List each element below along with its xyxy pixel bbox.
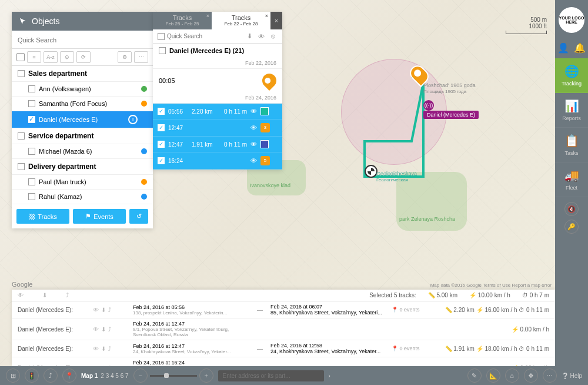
zoom-out-icon[interactable]: − [133, 369, 148, 383]
table-row[interactable]: Daniel (Mercedes E):👁⬇⤴Feb 24, 2016 at 1… [12, 318, 555, 340]
share-icon[interactable]: ⤴ [66, 292, 69, 298]
download-icon[interactable]: ⬇ [101, 326, 106, 333]
nav-item-reports[interactable]: 📊Reports [555, 93, 588, 128]
zoom-in-icon[interactable]: + [199, 369, 213, 383]
download-icon[interactable]: ⬇ [101, 346, 106, 352]
map-pages[interactable]: 2 3 4 5 6 7 [101, 373, 128, 379]
track-row[interactable]: 16:24👁5 [153, 152, 282, 170]
download-icon[interactable]: ⬇ [42, 292, 47, 298]
nav-item-tracking[interactable]: 🌐Tracking [555, 58, 588, 93]
checkbox[interactable] [28, 85, 35, 92]
mute-icon[interactable]: 🔇 [564, 202, 579, 216]
select-all-checkbox[interactable] [16, 53, 25, 61]
object-item[interactable]: Rahul (Kamaz) [12, 190, 153, 204]
marker-end-icon[interactable] [365, 165, 377, 178]
download-icon[interactable]: ⬇ [101, 307, 106, 313]
checkbox[interactable] [28, 148, 35, 155]
layers-icon[interactable]: ❖ [524, 369, 538, 383]
object-item[interactable]: Ann (Volkswagen) [12, 82, 153, 97]
checkbox[interactable] [28, 193, 35, 200]
tool-icon[interactable]: ✎ [467, 369, 482, 383]
object-item[interactable]: Michael (Mazda 6) [12, 144, 153, 159]
object-item[interactable]: Daniel (Mercedes E)i [12, 111, 153, 128]
object-group[interactable]: Service department [12, 128, 153, 144]
traffic-icon[interactable]: 🚦 [25, 369, 39, 383]
checkbox[interactable] [158, 157, 165, 164]
eye-icon[interactable]: 👁 [250, 157, 257, 164]
checkbox[interactable] [28, 100, 35, 107]
search-go-icon[interactable]: › [329, 373, 330, 379]
track-row[interactable]: 12:471.91 km0 h 11 m👁 [153, 137, 282, 152]
share-icon[interactable]: ⤴ [44, 369, 58, 383]
more-icon[interactable]: ⋯ [543, 369, 557, 383]
refresh-icon[interactable]: ⟳ [76, 51, 91, 63]
history-button[interactable]: ↺ [129, 209, 148, 224]
track-row[interactable]: 05:562.20 km0 h 11 m👁 [153, 104, 282, 120]
checkbox[interactable] [18, 163, 25, 170]
checkbox[interactable] [28, 116, 35, 123]
objects-search[interactable] [12, 31, 153, 49]
checkbox[interactable] [18, 132, 25, 140]
tab-tracks-1[interactable]: Tracks× Feb 25 - Feb 25 [153, 12, 212, 29]
close-icon[interactable]: × [206, 13, 209, 19]
table-row[interactable]: Daniel (Mercedes E):👁⬇⤴Feb 24, 2016 at 1… [12, 357, 555, 366]
nav-item-tasks[interactable]: 📋Tasks [555, 128, 588, 162]
home-icon[interactable]: ⌂ [505, 369, 519, 383]
eye-icon[interactable]: 👁 [93, 326, 99, 333]
checkbox[interactable] [158, 108, 165, 115]
gps-object-label[interactable]: Daniel (Mercedes E) [423, 111, 479, 119]
eye-off-icon[interactable]: ⦸ [268, 32, 278, 40]
settings-icon[interactable]: ⋯ [134, 51, 148, 63]
object-item[interactable]: Samantha (Ford Focus) [12, 97, 153, 111]
checkbox[interactable] [159, 47, 166, 54]
list-view-icon[interactable]: ≡ [27, 51, 41, 63]
eye-icon[interactable]: 👁 [250, 141, 257, 148]
help-link[interactable]: ❔ Help [562, 373, 582, 379]
grid-icon[interactable]: ⊞ [6, 369, 20, 383]
table-row[interactable]: Daniel (Mercedes E):👁⬇⤴Feb 24, 2016 at 0… [12, 301, 555, 318]
tab-tracks-2[interactable]: Tracks× Feb 22 - Feb 28 [212, 12, 270, 29]
user-icon[interactable]: 👤 [557, 42, 569, 54]
objects-search-input[interactable] [18, 36, 147, 44]
object-group[interactable]: Delivery department [12, 159, 153, 175]
map-tab[interactable]: Map 1 [81, 373, 98, 379]
tracks-button[interactable]: ⛓Tracks [16, 209, 69, 224]
nav-item-fleet[interactable]: 🚚Fleet [555, 162, 588, 197]
zoom-control: − + [133, 369, 213, 383]
eye-icon[interactable]: 👁 [93, 307, 99, 313]
object-group[interactable]: Sales department [12, 66, 153, 82]
share-icon[interactable]: ⤴ [108, 346, 111, 352]
checkbox[interactable] [158, 141, 165, 148]
target-icon[interactable]: ⊙ [60, 51, 74, 63]
checkbox[interactable] [18, 70, 25, 77]
panel-close-button[interactable]: × [270, 12, 282, 29]
track-row[interactable]: 12:47👁3 [153, 120, 282, 137]
share-icon[interactable]: ⤴ [108, 307, 111, 313]
key-icon[interactable]: 🔑 [564, 220, 579, 234]
checkbox[interactable] [158, 124, 165, 131]
sort-button[interactable]: A-z [44, 51, 58, 63]
events-button[interactable]: ⚑Events [73, 209, 126, 224]
eye-icon[interactable]: 👁 [250, 108, 257, 115]
tracks-search-input[interactable] [167, 33, 242, 39]
share-icon[interactable]: ⤴ [108, 326, 111, 333]
eye-icon[interactable]: 👁 [18, 292, 24, 298]
checkbox[interactable] [28, 178, 35, 185]
table-row[interactable]: Daniel (Mercedes E):👁⬇⤴Feb 24, 2016 at 1… [12, 340, 555, 357]
info-icon[interactable]: i [128, 115, 138, 124]
object-item[interactable]: Paul (Man truck) [12, 175, 153, 190]
bell-icon[interactable]: 🔔 [574, 42, 586, 54]
pin-icon[interactable]: 📍 [62, 369, 76, 383]
download-icon[interactable]: ⬇ [245, 32, 254, 40]
eye-icon[interactable]: 👁 [256, 33, 266, 40]
gps-signal-icon[interactable]: ((·)) [423, 100, 434, 111]
select-all-checkbox[interactable] [158, 33, 165, 40]
ruler-icon[interactable]: 📐 [486, 369, 500, 383]
eye-icon[interactable]: 👁 [250, 124, 257, 131]
eye-icon[interactable]: 👁 [93, 346, 99, 352]
filter-icon[interactable]: ⚙ [118, 51, 132, 63]
zoom-slider[interactable] [150, 375, 197, 377]
close-icon[interactable]: × [265, 13, 268, 19]
logo: YOUR LOGO HERE [559, 7, 584, 33]
address-search-input[interactable] [218, 370, 324, 381]
